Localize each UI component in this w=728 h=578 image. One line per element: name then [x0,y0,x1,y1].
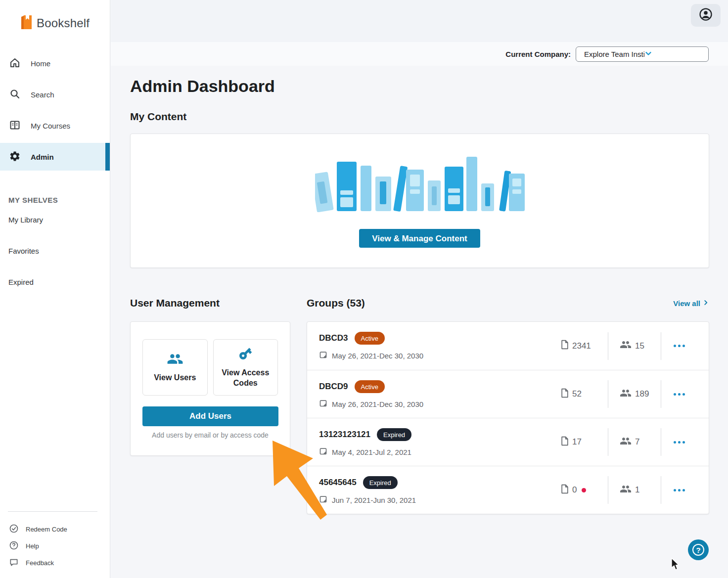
status-badge: Expired [363,476,398,489]
status-badge: Expired [377,428,411,441]
view-all-link[interactable]: View all [673,299,709,308]
users-count-value: 7 [635,437,639,447]
more-options-button[interactable] [661,489,697,491]
question-mark-icon: ? [692,544,704,556]
shelf-item-label: Expired [8,278,34,286]
page-title: Admin Dashboard [130,77,709,96]
docs-count-value: 52 [572,389,582,399]
group-dates: May 4, 2021-Jul 2, 2021 [332,448,411,456]
users-count: 7 [608,436,661,448]
company-dropdown-value: Explore Team Institution Sand [584,50,644,58]
group-dates: May 26, 2021-Dec 30, 2030 [332,400,423,408]
question-circle-icon [9,540,19,552]
sidebar-item-label: My Courses [31,122,70,130]
group-list: DBCD3 Active May 26, 2021-Dec 30, 2030 [307,322,709,514]
redeem-code-link[interactable]: Redeem Code [0,521,110,537]
bookshelf-illustration [315,156,525,214]
view-manage-content-button[interactable]: View & Manage Content [359,229,480,248]
shelf-item-label: Favorites [8,247,39,255]
active-indicator-bar [105,143,110,171]
help-link[interactable]: Help [0,537,110,554]
more-options-button[interactable] [661,441,697,444]
calendar-icon [319,399,327,409]
check-circle-icon [9,524,19,535]
app-root: Bookshelf Home Search [0,0,728,578]
bookshelf-logo-icon [20,15,33,32]
calendar-icon [319,447,327,457]
users-count: 15 [608,340,661,352]
home-icon [9,57,21,70]
sidebar-nav: Home Search [0,49,110,171]
shelf-item-label: My Library [8,216,43,224]
ellipsis-icon [674,345,676,347]
document-icon [560,340,569,352]
view-users-tile[interactable]: View Users [142,339,208,396]
group-dates: Jun 7, 2021-Jun 30, 2021 [332,496,416,504]
speech-bubble-icon [9,557,19,569]
people-icon [619,484,632,496]
sidebar-item-my-library[interactable]: My Library [0,204,110,235]
book-icon [9,119,21,133]
view-access-codes-label: View Access Codes [214,368,278,389]
calendar-icon [319,495,327,505]
chevron-down-icon [644,49,705,59]
alert-dot [582,488,586,492]
chevron-right-icon [702,299,709,308]
add-users-button[interactable]: Add Users [142,406,278,426]
group-row: DBCD9 Active May 26, 2021-Dec 30, 2030 [307,370,709,418]
group-dates: May 26, 2021-Dec 30, 2030 [332,352,423,360]
account-circle-icon [698,7,713,24]
sidebar-item-admin[interactable]: Admin [0,143,110,171]
user-management-section: User Management View Users [130,296,290,514]
more-options-button[interactable] [661,345,697,347]
group-name: 45645645 [319,478,357,488]
brand-name: Bookshelf [37,16,90,30]
more-options-button[interactable] [661,393,697,396]
group-name: DBCD9 [319,382,348,392]
sidebar-item-my-courses[interactable]: My Courses [0,112,110,139]
account-button[interactable] [691,4,721,27]
bookshelf-logo: Bookshelf [0,0,110,32]
group-stats: 17 7 [560,418,697,466]
sidebar-item-home[interactable]: Home [0,49,110,77]
users-count: 1 [608,484,661,496]
groups-heading: Groups (53) [307,297,365,309]
footer-item-label: Help [26,542,39,550]
ellipsis-icon [674,441,676,444]
groups-section: Groups (53) View all DBCD3 [307,296,709,514]
docs-count-value: 17 [572,437,582,447]
user-management-heading: User Management [130,297,220,309]
group-row: 45645645 Expired Jun 7, 2021-Jun 30, 202… [307,466,709,514]
docs-count: 0 [560,484,608,496]
help-fab-button[interactable]: ? [688,539,709,560]
sidebar-item-expired[interactable]: Expired [0,267,110,298]
people-icon [167,352,183,368]
my-content-card: View & Manage Content [130,133,709,268]
sidebar-item-label: Admin [31,153,54,161]
users-count-value: 189 [635,389,649,399]
my-shelves-header: MY SHELVES [0,174,110,204]
sidebar-item-favorites[interactable]: Favorites [0,235,110,267]
sidebar-footer: Redeem Code Help Feedbac [0,511,110,571]
search-icon [9,88,21,101]
key-icon [238,346,253,363]
group-name: 13123123121 [319,430,370,440]
ellipsis-icon [674,393,676,396]
users-count-value: 15 [635,341,644,351]
company-dropdown[interactable]: Explore Team Institution Sand [576,46,709,62]
docs-count: 17 [560,436,608,448]
document-icon [560,484,569,496]
calendar-icon [319,351,327,360]
docs-count-value: 2341 [572,341,591,351]
feedback-link[interactable]: Feedback [0,554,110,571]
current-company-label: Current Company: [505,50,571,58]
footer-item-label: Redeem Code [26,526,67,533]
divider [8,511,97,512]
groups-card: DBCD3 Active May 26, 2021-Dec 30, 2030 [307,321,709,514]
main-area: Current Company: Explore Team Institutio… [111,0,728,578]
view-users-label: View Users [151,373,199,383]
status-badge: Active [355,332,385,345]
sidebar-item-search[interactable]: Search [0,81,110,108]
view-access-codes-tile[interactable]: View Access Codes [213,339,278,396]
lower-sections: User Management View Users [130,296,709,514]
